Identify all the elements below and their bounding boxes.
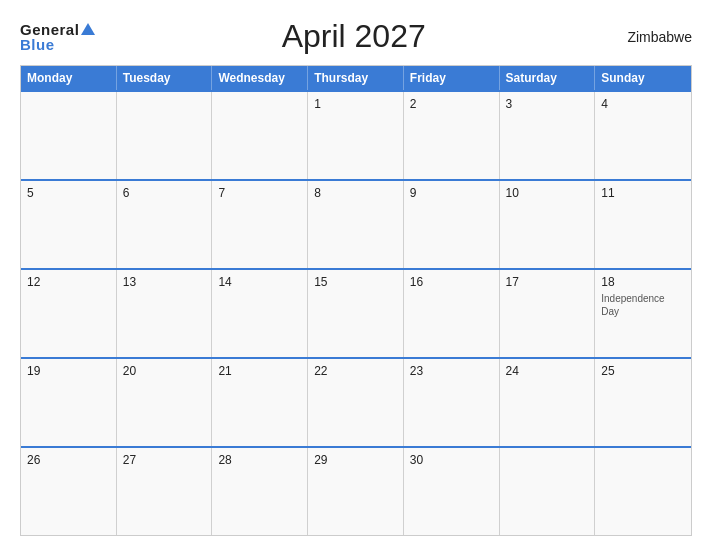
day-number: 1 <box>314 97 397 111</box>
calendar: Monday Tuesday Wednesday Thursday Friday… <box>20 65 692 536</box>
day-number: 14 <box>218 275 301 289</box>
header: General Blue April 2027 Zimbabwe <box>20 18 692 55</box>
day-number: 3 <box>506 97 589 111</box>
calendar-cell: 21 <box>212 359 308 446</box>
calendar-cell: 28 <box>212 448 308 535</box>
logo-general-text: General <box>20 22 79 37</box>
calendar-cell: 8 <box>308 181 404 268</box>
day-number: 23 <box>410 364 493 378</box>
weekday-tuesday: Tuesday <box>117 66 213 90</box>
calendar-row: 12131415161718Independence Day <box>21 268 691 357</box>
calendar-cell <box>212 92 308 179</box>
weekday-saturday: Saturday <box>500 66 596 90</box>
event-label: Independence Day <box>601 292 685 318</box>
day-number: 4 <box>601 97 685 111</box>
calendar-cell: 15 <box>308 270 404 357</box>
calendar-cell: 1 <box>308 92 404 179</box>
calendar-cell: 22 <box>308 359 404 446</box>
day-number: 9 <box>410 186 493 200</box>
day-number: 7 <box>218 186 301 200</box>
day-number: 6 <box>123 186 206 200</box>
calendar-body: 123456789101112131415161718Independence … <box>21 90 691 535</box>
calendar-cell: 27 <box>117 448 213 535</box>
day-number: 29 <box>314 453 397 467</box>
calendar-cell: 7 <box>212 181 308 268</box>
day-number: 24 <box>506 364 589 378</box>
calendar-cell: 11 <box>595 181 691 268</box>
day-number: 2 <box>410 97 493 111</box>
calendar-row: 1234 <box>21 90 691 179</box>
weekday-thursday: Thursday <box>308 66 404 90</box>
calendar-cell: 17 <box>500 270 596 357</box>
calendar-cell: 25 <box>595 359 691 446</box>
weekday-sunday: Sunday <box>595 66 691 90</box>
weekday-wednesday: Wednesday <box>212 66 308 90</box>
day-number: 27 <box>123 453 206 467</box>
day-number: 25 <box>601 364 685 378</box>
weekday-friday: Friday <box>404 66 500 90</box>
calendar-cell: 4 <box>595 92 691 179</box>
calendar-cell <box>595 448 691 535</box>
day-number: 22 <box>314 364 397 378</box>
weekday-monday: Monday <box>21 66 117 90</box>
calendar-header: Monday Tuesday Wednesday Thursday Friday… <box>21 66 691 90</box>
calendar-cell: 20 <box>117 359 213 446</box>
calendar-cell: 13 <box>117 270 213 357</box>
day-number: 20 <box>123 364 206 378</box>
logo-triangle-icon <box>81 23 95 35</box>
calendar-cell: 2 <box>404 92 500 179</box>
day-number: 21 <box>218 364 301 378</box>
calendar-cell: 3 <box>500 92 596 179</box>
calendar-cell: 16 <box>404 270 500 357</box>
logo: General Blue <box>20 22 95 52</box>
calendar-cell: 23 <box>404 359 500 446</box>
country-label: Zimbabwe <box>612 29 692 45</box>
month-title: April 2027 <box>95 18 612 55</box>
calendar-row: 2627282930 <box>21 446 691 535</box>
calendar-cell: 24 <box>500 359 596 446</box>
day-number: 11 <box>601 186 685 200</box>
calendar-cell: 26 <box>21 448 117 535</box>
day-number: 16 <box>410 275 493 289</box>
day-number: 15 <box>314 275 397 289</box>
calendar-cell: 19 <box>21 359 117 446</box>
day-number: 5 <box>27 186 110 200</box>
calendar-cell: 29 <box>308 448 404 535</box>
calendar-cell: 18Independence Day <box>595 270 691 357</box>
calendar-cell <box>117 92 213 179</box>
calendar-row: 19202122232425 <box>21 357 691 446</box>
day-number: 13 <box>123 275 206 289</box>
day-number: 19 <box>27 364 110 378</box>
calendar-cell: 12 <box>21 270 117 357</box>
calendar-cell <box>500 448 596 535</box>
calendar-cell: 6 <box>117 181 213 268</box>
calendar-cell: 5 <box>21 181 117 268</box>
calendar-cell <box>21 92 117 179</box>
day-number: 8 <box>314 186 397 200</box>
day-number: 28 <box>218 453 301 467</box>
calendar-row: 567891011 <box>21 179 691 268</box>
calendar-cell: 14 <box>212 270 308 357</box>
day-number: 18 <box>601 275 685 289</box>
calendar-cell: 9 <box>404 181 500 268</box>
logo-blue-text: Blue <box>20 37 95 52</box>
calendar-cell: 10 <box>500 181 596 268</box>
calendar-cell: 30 <box>404 448 500 535</box>
calendar-page: General Blue April 2027 Zimbabwe Monday … <box>0 0 712 550</box>
day-number: 26 <box>27 453 110 467</box>
day-number: 30 <box>410 453 493 467</box>
day-number: 10 <box>506 186 589 200</box>
day-number: 12 <box>27 275 110 289</box>
day-number: 17 <box>506 275 589 289</box>
